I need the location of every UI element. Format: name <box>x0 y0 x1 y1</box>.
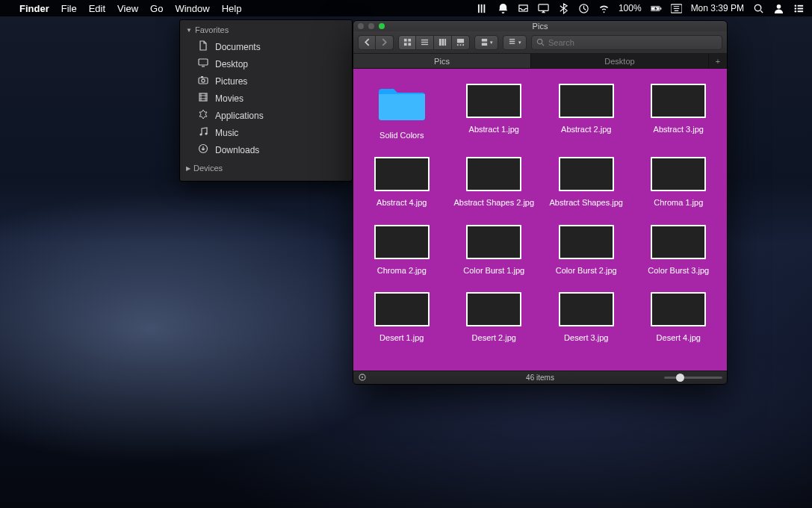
favorites-heading[interactable]: ▼ Favorites <box>180 20 352 38</box>
view-columns-button[interactable] <box>434 35 452 50</box>
menubar-grid-icon[interactable] <box>477 3 489 14</box>
file-item[interactable]: Abstract Shapes 2.jpg <box>450 152 539 212</box>
sidebar-item-movies[interactable]: Movies <box>180 90 352 107</box>
menu-window[interactable]: Window <box>175 3 209 14</box>
finder-toolbar: ▾ ▾ <box>353 31 727 54</box>
menu-edit[interactable]: Edit <box>89 3 105 14</box>
favorites-panel: ▼ Favorites DocumentsDesktopPicturesMovi… <box>179 19 353 182</box>
svg-rect-37 <box>460 44 462 46</box>
svg-point-9 <box>754 4 760 10</box>
file-item[interactable]: Desert 3.jpg <box>542 288 630 347</box>
clock[interactable]: Mon 3:39 PM <box>691 3 744 13</box>
file-item[interactable]: Chroma 1.jpg <box>635 152 723 212</box>
menu-file[interactable]: File <box>61 3 77 14</box>
window-close-button[interactable] <box>358 23 364 29</box>
svg-point-10 <box>777 4 781 8</box>
sidebar-item-label: Desktop <box>215 59 248 69</box>
sidebar-item-documents[interactable]: Documents <box>180 38 352 55</box>
notification-center-icon[interactable] <box>498 3 509 14</box>
item-count: 46 items <box>526 374 554 382</box>
view-list-button[interactable] <box>416 35 434 50</box>
inbox-icon[interactable] <box>518 3 529 14</box>
film-icon <box>198 92 208 105</box>
window-zoom-button[interactable] <box>379 23 385 29</box>
sidebar-item-music[interactable]: Music <box>180 124 352 141</box>
file-item[interactable]: Color Burst 2.jpg <box>542 220 630 280</box>
new-tab-button[interactable]: + <box>709 54 727 68</box>
list-icon[interactable] <box>793 3 805 14</box>
icon-size-slider[interactable] <box>664 377 722 379</box>
sidebar-item-label: Pictures <box>215 76 247 87</box>
sidebar-item-pictures[interactable]: Pictures <box>180 72 352 90</box>
back-button[interactable] <box>358 35 376 50</box>
svg-rect-38 <box>462 44 464 46</box>
time-machine-icon[interactable] <box>578 3 589 14</box>
search-field[interactable] <box>531 35 722 50</box>
sidebar-item-applications[interactable]: Applications <box>180 107 352 124</box>
search-input[interactable] <box>548 38 717 47</box>
window-titlebar[interactable]: Pics <box>353 21 727 31</box>
keyboard-layout-icon[interactable] <box>671 3 682 14</box>
window-title: Pics <box>533 22 548 31</box>
image-thumbnail <box>559 157 614 191</box>
menu-help[interactable]: Help <box>222 3 242 14</box>
battery-icon[interactable] <box>651 3 662 14</box>
svg-point-19 <box>202 79 205 82</box>
svg-point-44 <box>537 39 542 43</box>
file-item[interactable]: Desert 4.jpg <box>635 288 723 347</box>
svg-rect-16 <box>798 10 804 12</box>
app-menu[interactable]: Finder <box>19 3 49 14</box>
image-thumbnail <box>466 157 521 191</box>
image-thumbnail <box>651 292 706 326</box>
file-name: Desert 3.jpg <box>564 332 608 343</box>
bluetooth-icon[interactable] <box>558 3 569 14</box>
file-item[interactable]: Abstract 4.jpg <box>358 152 446 212</box>
tab-desktop[interactable]: Desktop <box>531 54 709 68</box>
path-bar-button[interactable] <box>358 373 367 383</box>
svg-rect-42 <box>509 43 514 43</box>
file-item[interactable]: Solid Colors <box>358 79 446 145</box>
airplay-icon[interactable] <box>538 3 549 14</box>
file-item[interactable]: Chroma 2.jpg <box>358 220 446 280</box>
sidebar-item-desktop[interactable]: Desktop <box>180 55 352 72</box>
apps-icon <box>198 109 208 122</box>
file-item[interactable]: Color Burst 1.jpg <box>450 220 539 280</box>
menu-go[interactable]: Go <box>150 3 163 14</box>
image-thumbnail <box>559 225 614 259</box>
system-menubar: Finder File Edit View Go Window Help 100… <box>0 0 812 16</box>
image-thumbnail <box>374 225 430 259</box>
image-thumbnail <box>559 292 614 326</box>
svg-rect-2 <box>483 4 485 12</box>
file-item[interactable]: Abstract Shapes.jpg <box>542 152 630 212</box>
file-name: Color Burst 2.jpg <box>556 265 617 276</box>
file-item[interactable]: Abstract 2.jpg <box>542 79 630 145</box>
file-grid[interactable]: Solid ColorsAbstract 1.jpgAbstract 2.jpg… <box>353 69 727 371</box>
file-item[interactable]: Desert 2.jpg <box>450 288 539 347</box>
folder-icon <box>375 84 429 124</box>
file-item[interactable]: Color Burst 3.jpg <box>635 220 723 280</box>
view-gallery-button[interactable] <box>452 35 470 50</box>
menu-view[interactable]: View <box>117 3 138 14</box>
wifi-icon[interactable] <box>598 3 610 14</box>
user-icon[interactable] <box>773 3 784 14</box>
file-item[interactable]: Desert 1.jpg <box>358 288 446 347</box>
forward-button[interactable] <box>376 35 394 50</box>
desktop-icon <box>198 58 208 70</box>
file-name: Abstract 3.jpg <box>654 124 704 134</box>
arrange-button[interactable]: ▾ <box>474 35 498 50</box>
window-minimize-button[interactable] <box>368 23 374 29</box>
sidebar-item-downloads[interactable]: Downloads <box>180 141 352 158</box>
action-button[interactable]: ▾ <box>503 35 527 50</box>
svg-rect-28 <box>408 43 411 46</box>
file-item[interactable]: Abstract 1.jpg <box>450 79 539 145</box>
disclosure-triangle-icon: ▶ <box>186 165 190 172</box>
tab-pics[interactable]: Pics <box>353 54 531 68</box>
devices-heading[interactable]: ▶ Devices <box>180 158 352 176</box>
image-thumbnail <box>559 84 614 118</box>
svg-rect-32 <box>439 39 441 46</box>
spotlight-icon[interactable] <box>753 3 764 14</box>
finder-window: Pics ▾ ▾ Pics Desktop + <box>353 20 728 385</box>
view-icons-button[interactable] <box>398 35 416 50</box>
image-thumbnail <box>466 84 521 118</box>
file-item[interactable]: Abstract 3.jpg <box>635 79 723 145</box>
